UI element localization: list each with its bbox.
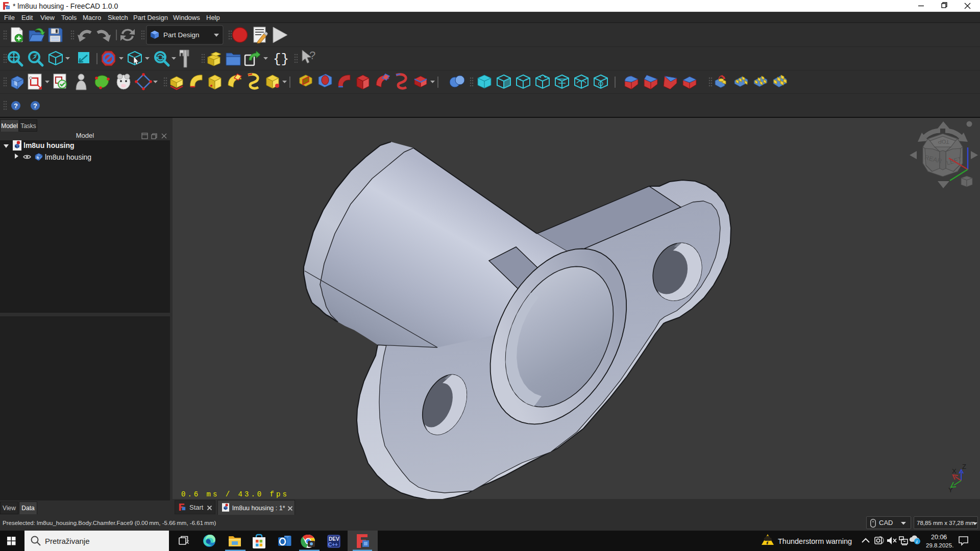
svg-text:Thunderstorm warning: Thunderstorm warning (778, 537, 852, 545)
svg-text:{}: {} (273, 52, 289, 67)
svg-text:0.6 ms / 43.0 fps: 0.6 ms / 43.0 fps (181, 490, 289, 498)
svg-text:Pretraživanje: Pretraživanje (45, 537, 90, 545)
svg-text:?: ? (14, 102, 18, 110)
svg-text:TOP: TOP (938, 139, 949, 145)
svg-text:Z: Z (962, 463, 966, 470)
svg-text:C++: C++ (328, 542, 338, 547)
svg-text:X: X (952, 467, 957, 475)
svg-text:?: ? (309, 49, 315, 62)
svg-text:DEV: DEV (329, 536, 339, 542)
svg-text:20:06: 20:06 (931, 534, 947, 541)
svg-text:Part Design: Part Design (163, 31, 200, 39)
svg-text:?: ? (33, 102, 37, 110)
svg-text:29.8.2025.: 29.8.2025. (926, 542, 953, 548)
svg-text:Y: Y (948, 486, 953, 494)
